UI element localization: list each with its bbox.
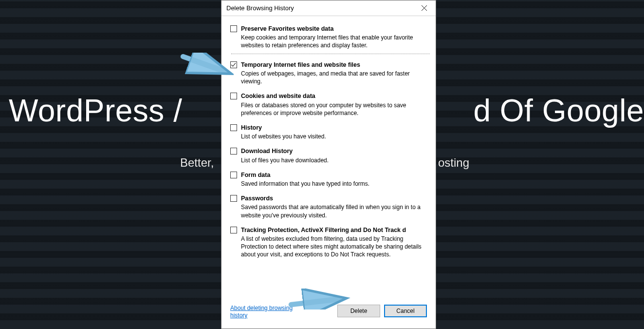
option-label: Form data <box>241 171 369 179</box>
checkbox-cookies[interactable] <box>230 93 237 99</box>
bg-sub-left: Better, <box>180 156 214 170</box>
delete-button[interactable]: Delete <box>337 305 380 317</box>
option-label: Tracking Protection, ActiveX Filtering a… <box>241 226 428 234</box>
cancel-button[interactable]: Cancel <box>384 305 427 317</box>
option-label: Passwords <box>241 194 428 202</box>
checkbox-download-history[interactable] <box>230 148 237 155</box>
about-link[interactable]: About deleting browsing history <box>230 305 298 320</box>
checkbox-preserve-favorites[interactable] <box>230 25 237 32</box>
option-temporary-files[interactable]: Temporary Internet files and website fil… <box>230 61 431 86</box>
option-label: Preserve Favorites website data <box>241 25 428 33</box>
checkbox-history[interactable] <box>230 124 237 131</box>
option-desc: List of files you have downloaded. <box>241 156 329 164</box>
checkbox-passwords[interactable] <box>230 195 237 202</box>
close-button[interactable] <box>414 1 434 16</box>
option-label: Download History <box>241 147 329 155</box>
bg-title-left: WordPress / <box>9 93 182 129</box>
option-tracking-protection[interactable]: Tracking Protection, ActiveX Filtering a… <box>230 226 431 259</box>
option-cookies[interactable]: Cookies and website data Files or databa… <box>230 92 431 117</box>
option-passwords[interactable]: Passwords Saved passwords that are autom… <box>230 194 431 219</box>
option-label: Cookies and website data <box>241 92 428 100</box>
delete-browsing-history-dialog: Delete Browsing History Preserve Favorit… <box>221 0 436 329</box>
option-desc: A list of websites excluded from filteri… <box>241 235 428 259</box>
dialog-footer: About deleting browsing history Delete C… <box>221 305 436 329</box>
option-desc: Saved passwords that are automatically f… <box>241 203 428 219</box>
option-desc: List of websites you have visited. <box>241 133 326 140</box>
option-history[interactable]: History List of websites you have visite… <box>230 124 431 140</box>
option-desc: Files or databases stored on your comput… <box>241 101 428 117</box>
option-label: Temporary Internet files and website fil… <box>241 61 428 69</box>
option-desc: Keep cookies and temporary Internet file… <box>241 34 428 49</box>
option-preserve-favorites[interactable]: Preserve Favorites website data Keep coo… <box>230 25 431 50</box>
option-form-data[interactable]: Form data Saved information that you hav… <box>230 171 431 188</box>
option-desc: Saved information that you have typed in… <box>241 180 369 188</box>
option-label: History <box>241 124 326 132</box>
checkbox-form-data[interactable] <box>230 172 237 178</box>
dialog-titlebar[interactable]: Delete Browsing History <box>221 0 436 16</box>
dialog-content: Preserve Favorites website data Keep coo… <box>221 16 436 305</box>
dialog-title: Delete Browsing History <box>226 4 414 12</box>
checkbox-tracking-protection[interactable] <box>230 227 237 233</box>
option-desc: Copies of webpages, images, and media th… <box>241 70 428 85</box>
bg-title-right: d Of Google <box>473 93 644 129</box>
option-download-history[interactable]: Download History List of files you have … <box>230 147 431 164</box>
bg-sub-right: osting <box>438 156 469 170</box>
close-icon <box>422 5 427 11</box>
checkbox-temporary-files[interactable] <box>230 61 237 68</box>
separator <box>231 54 430 54</box>
